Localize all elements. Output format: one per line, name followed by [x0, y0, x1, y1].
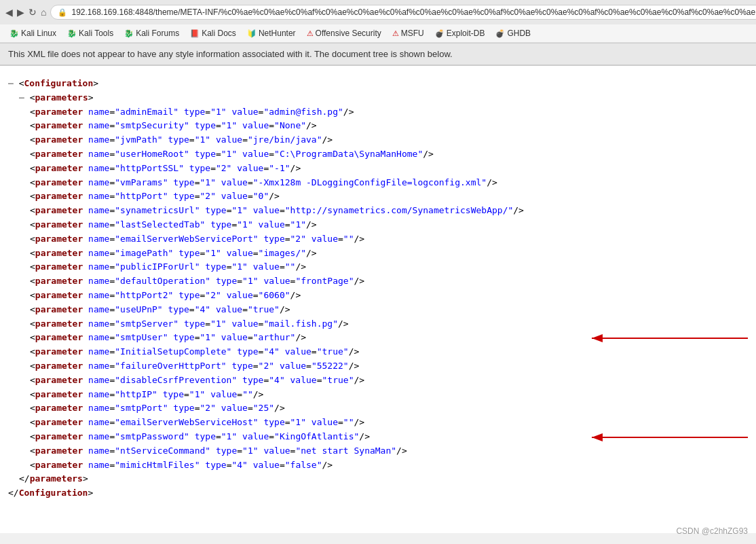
nethunter-label: NetHunter	[259, 29, 296, 38]
ghdb-label: GHDB	[507, 29, 531, 38]
param-httpPortSSL: <parameter name="httpPortSSL" type="2" v…	[30, 162, 748, 176]
security-icon: 🔒	[58, 8, 67, 17]
param-synametricsUrl: <parameter name="synametricsUrl" type="1…	[30, 204, 748, 218]
bookmark-exploit-db[interactable]: 💣 Exploit-DB	[431, 27, 489, 39]
arrow2-annotation	[585, 427, 756, 448]
param-httpIP: <parameter name="httpIP" type="1" value=…	[30, 388, 748, 402]
param-smtpUser: <parameter name="smtpUser" type="1" valu…	[30, 331, 748, 345]
page-wrapper: – <Configuration> – <parameters> <parame…	[0, 71, 756, 506]
xml-parameters-open: – <parameters>	[19, 91, 748, 105]
exploit-db-icon: 💣	[435, 29, 445, 38]
param-imagePath: <parameter name="imagePath" type="1" val…	[30, 247, 748, 261]
msfu-label: MSFU	[401, 29, 424, 38]
offensive-security-icon: ⚠	[307, 29, 314, 38]
param-publicIPForUrl: <parameter name="publicIPForUrl" type="1…	[30, 260, 748, 274]
offensive-security-label: Offensive Security	[316, 29, 381, 38]
page-content: This XML file does not appear to have an…	[0, 43, 756, 533]
url-text: 192.168.169.168:4848/theme/META-INF/%c0%…	[71, 7, 755, 17]
kali-forums-icon: 🐉	[124, 29, 134, 38]
kali-linux-icon: 🐉	[10, 29, 19, 38]
bookmarks-bar: 🐉 Kali Linux 🐉 Kali Tools 🐉 Kali Forums …	[0, 24, 756, 43]
param-httpPort2: <parameter name="httpPort2" type="2" val…	[30, 289, 748, 303]
kali-docs-label: Kali Docs	[202, 29, 236, 38]
param-smtpPassword: <parameter name="smtpPassword" type="1" …	[30, 430, 748, 444]
back-button[interactable]: ◀	[5, 4, 13, 20]
xml-content: – <Configuration> – <parameters> <parame…	[0, 71, 756, 506]
param-userHomeRoot: <parameter name="userHomeRoot" type="1" …	[30, 147, 748, 162]
ghdb-icon: 💣	[495, 29, 505, 38]
info-bar: This XML file does not appear to have an…	[0, 43, 756, 66]
param-smtpPort: <parameter name="smtpPort" type="2" valu…	[30, 401, 748, 416]
forward-button[interactable]: ▶	[17, 4, 24, 20]
kali-tools-icon: 🐉	[67, 29, 77, 38]
bookmark-msfu[interactable]: ⚠ MSFU	[388, 27, 428, 39]
refresh-button[interactable]: ↻	[29, 4, 37, 20]
bookmark-offensive-security[interactable]: ⚠ Offensive Security	[303, 27, 385, 39]
exploit-db-label: Exploit-DB	[447, 29, 485, 38]
kali-linux-label: Kali Linux	[21, 29, 56, 38]
bookmark-nethunter[interactable]: 🔰 NetHunter	[243, 27, 300, 39]
xml-root-close: </Configuration>	[8, 486, 748, 501]
xml-parameters-close: </parameters>	[19, 472, 748, 486]
bookmark-kali-tools[interactable]: 🐉 Kali Tools	[63, 27, 117, 39]
msfu-icon: ⚠	[392, 29, 399, 38]
param-emailServerWebServicePort: <parameter name="emailServerWebServicePo…	[30, 232, 748, 247]
bookmark-kali-forums[interactable]: 🐉 Kali Forums	[120, 27, 183, 39]
param-httpPort: <parameter name="httpPort" type="2" valu…	[30, 189, 748, 204]
xml-root-open: – <Configuration>	[8, 77, 748, 91]
nethunter-icon: 🔰	[247, 29, 257, 38]
param-mimicHtmlFiles: <parameter name="mimicHtmlFiles" type="4…	[30, 458, 748, 473]
kali-docs-icon: 📕	[190, 29, 200, 38]
param-lastSelectedTab: <parameter name="lastSelectedTab" type="…	[30, 218, 748, 232]
param-vmParams: <parameter name="vmParams" type="1" valu…	[30, 176, 748, 190]
param-smtpSecurity: <parameter name="smtpSecurity" type="1" …	[30, 119, 748, 133]
bookmark-ghdb[interactable]: 💣 GHDB	[491, 27, 535, 39]
bookmark-kali-docs[interactable]: 📕 Kali Docs	[186, 27, 240, 39]
kali-tools-label: Kali Tools	[79, 29, 113, 38]
info-message: This XML file does not appear to have an…	[8, 49, 453, 59]
address-bar[interactable]: 🔒 192.168.169.168:4848/theme/META-INF/%c…	[50, 5, 756, 20]
param-disableCsrfPrevention: <parameter name="disableCsrfPrevention" …	[30, 374, 748, 388]
watermark: CSDN @c2hhZG93	[676, 526, 748, 533]
arrow1-annotation	[585, 328, 756, 348]
bookmark-kali-linux[interactable]: 🐉 Kali Linux	[5, 27, 60, 39]
home-button[interactable]: ⌂	[41, 4, 46, 20]
param-jvmPath: <parameter name="jvmPath" type="1" value…	[30, 133, 748, 147]
kali-forums-label: Kali Forums	[136, 29, 179, 38]
navigation-bar: ◀ ▶ ↻ ⌂ 🔒 192.168.169.168:4848/theme/MET…	[0, 0, 756, 24]
param-adminEmail: <parameter name="adminEmail" type="1" va…	[30, 105, 748, 120]
param-useUPnP: <parameter name="useUPnP" type="4" value…	[30, 303, 748, 317]
param-failureOverHttpPort: <parameter name="failureOverHttpPort" ty…	[30, 359, 748, 374]
param-defaultOperation: <parameter name="defaultOperation" type=…	[30, 274, 748, 289]
